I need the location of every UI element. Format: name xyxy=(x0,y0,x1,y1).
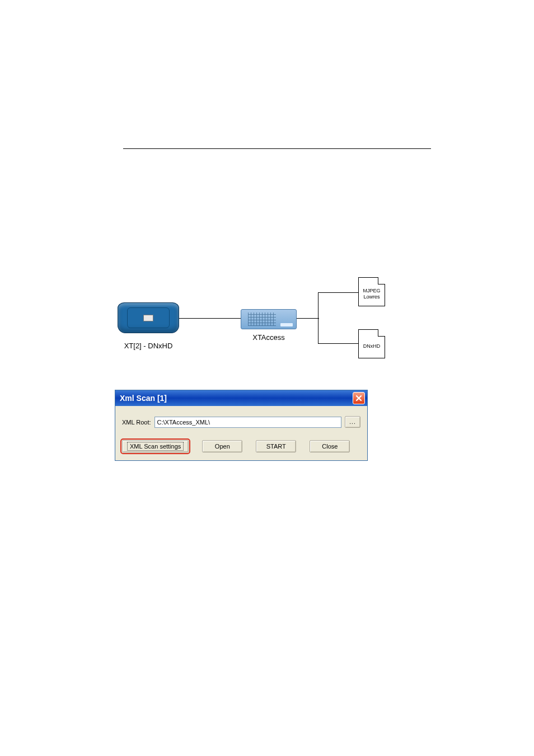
xt2-label: XT[2] - DNxHD xyxy=(112,342,185,350)
dialog-titlebar[interactable]: Xml Scan [1] xyxy=(115,390,367,406)
close-button[interactable]: Close xyxy=(310,440,350,452)
file-icon: DNxHD xyxy=(358,329,385,358)
button-label: Open xyxy=(215,443,230,450)
browse-button-label: ... xyxy=(349,419,355,425)
connector-line xyxy=(318,292,318,344)
file-label: MJPEG xyxy=(363,288,380,293)
xml-root-label: XML Root: xyxy=(122,419,151,426)
connector-line xyxy=(297,318,319,319)
file-label: Lowres xyxy=(363,294,380,300)
xml-scan-dialog: Xml Scan [1] XML Root: ... XML Scan sett… xyxy=(115,390,368,461)
connector-line xyxy=(179,318,241,319)
horizontal-rule xyxy=(123,148,431,149)
button-label: XML Scan settings xyxy=(127,442,184,451)
dialog-title: Xml Scan [1] xyxy=(120,394,167,403)
workflow-diagram: XT[2] - DNxHD XTAccess MJPEG Lowres DNxH… xyxy=(106,269,409,353)
browse-button[interactable]: ... xyxy=(345,416,360,428)
button-label: START xyxy=(266,443,286,450)
xml-scan-settings-button[interactable]: XML Scan settings xyxy=(122,440,189,452)
xtaccess-device xyxy=(241,309,297,329)
xtaccess-label: XTAccess xyxy=(243,333,294,342)
open-button[interactable]: Open xyxy=(202,440,242,452)
button-label: Close xyxy=(322,443,338,450)
file-icon: MJPEG Lowres xyxy=(358,277,385,306)
connector-line xyxy=(318,343,358,344)
file-label: DNxHD xyxy=(363,343,381,349)
xt2-device xyxy=(118,302,179,336)
connector-line xyxy=(318,292,358,293)
close-icon[interactable] xyxy=(353,392,365,404)
start-button[interactable]: START xyxy=(256,440,296,452)
xml-root-input[interactable] xyxy=(154,417,341,428)
